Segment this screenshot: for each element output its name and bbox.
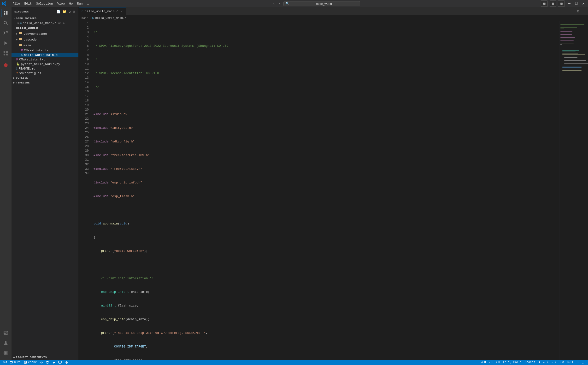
line-num-10: 10 xyxy=(79,62,89,66)
menu-file[interactable]: File xyxy=(11,1,22,6)
new-file-icon[interactable]: 📄 xyxy=(56,9,61,14)
project-header[interactable]: ▾ HELLO_WORLD xyxy=(12,25,78,31)
monitor-status-item[interactable] xyxy=(57,360,63,365)
cmake-root-file-icon: M xyxy=(16,58,18,61)
idf-target-status-item[interactable]: Ln 1, Col 1 xyxy=(501,361,523,364)
cursor-position-status-item[interactable]: ⊗ 0 xyxy=(542,361,550,364)
sidebar-item-hello-world-main[interactable]: C hello_world_main.c xyxy=(12,53,78,57)
tab-hello-world-main[interactable]: C hello_world_main.c ✕ xyxy=(79,7,126,15)
warnings-count: 0 xyxy=(492,361,493,364)
warnings-status-item[interactable]: ⚠ 0 xyxy=(487,360,495,364)
remote-status-item[interactable]: >< xyxy=(2,360,8,365)
menu-edit[interactable]: Edit xyxy=(22,1,34,6)
code-editor[interactable]: 1 2 3 4 5 6 7 8 9 10 11 12 13 14 15 16 1 xyxy=(79,21,559,360)
idf-target-label: Ln 1, Col 1 xyxy=(503,361,522,364)
close-editor-icon[interactable]: ✕ xyxy=(17,21,19,25)
timeline-header[interactable]: ▶ TIMELINE xyxy=(12,80,78,85)
encoding-status-item[interactable]: ℹ 0 xyxy=(558,361,566,364)
svg-rect-40 xyxy=(562,67,581,68)
settings-activity-icon[interactable] xyxy=(1,348,11,358)
sidebar-item-vscode[interactable]: ▶ .vscode xyxy=(12,37,78,42)
svg-rect-27 xyxy=(562,46,578,46)
ci-file-icon: ≡ xyxy=(16,72,18,75)
new-folder-icon[interactable]: 📁 xyxy=(62,9,67,14)
more-actions-icon[interactable]: … xyxy=(582,9,586,14)
open-editor-file[interactable]: ✕ C hello_world_main.c main xyxy=(12,21,78,25)
cursor-position-label: ⊗ 0 xyxy=(543,361,548,364)
notifications-status-item[interactable] xyxy=(580,361,586,364)
menu-run[interactable]: Run xyxy=(75,1,84,6)
project-components-chevron-icon: ▶ xyxy=(14,356,15,359)
main-folder-label: main xyxy=(23,44,31,47)
lightning-status-item[interactable] xyxy=(51,360,57,365)
explorer-activity-icon[interactable] xyxy=(1,8,11,18)
encoding-label: ℹ 0 xyxy=(560,361,564,364)
open-editors-label: OPEN EDITORS xyxy=(16,17,37,20)
svg-rect-15 xyxy=(560,26,563,26)
remote-activity-icon[interactable] xyxy=(1,328,11,338)
nav-back-icon[interactable]: ‹ xyxy=(272,1,276,7)
outline-header[interactable]: ▶ OUTLINE xyxy=(12,76,78,80)
sidebar-item-main-folder[interactable]: ▾ main xyxy=(12,42,78,48)
code-with-minimap: 1 2 3 4 5 6 7 8 9 10 11 12 13 14 15 16 1 xyxy=(79,21,588,360)
errors-status-item[interactable]: ⊗ 0 xyxy=(480,360,487,364)
sidebar-item-sdkconfig[interactable]: ≡ sdkconfig.ci xyxy=(12,71,78,76)
account-activity-icon[interactable] xyxy=(1,338,11,348)
open-editors-header[interactable]: ▾ OPEN EDITORS xyxy=(12,16,78,21)
code-line-4: * SPDX-License-Identifier: CC0-1.0 xyxy=(93,71,559,76)
project-label: HELLO_WORLD xyxy=(16,26,38,30)
chip-status-item[interactable]: esp32 xyxy=(22,360,38,365)
svg-rect-24 xyxy=(560,40,574,41)
close-button[interactable]: ✕ xyxy=(581,1,586,7)
line-ending-status-item[interactable]: CRLF xyxy=(566,361,575,364)
sidebar-item-readme[interactable]: ℹ README.md xyxy=(12,66,78,71)
extensions-activity-icon[interactable] xyxy=(1,49,11,58)
timeline-label: TIMELINE xyxy=(16,81,30,84)
refresh-icon[interactable]: ↺ xyxy=(68,9,71,14)
search-input[interactable] xyxy=(283,1,360,6)
panel-layout-icon[interactable]: ⊞ xyxy=(550,0,556,7)
menu-more[interactable]: … xyxy=(85,1,91,6)
project-section: ▾ HELLO_WORLD ▶ .devcontainer ▶ .vscode xyxy=(12,25,78,76)
info-status-item[interactable]: ℹ 0 xyxy=(495,360,501,364)
split-editor-icon[interactable]: ⊟ xyxy=(541,0,548,7)
menu-selection[interactable]: Selection xyxy=(34,1,55,6)
menu-go[interactable]: Go xyxy=(67,1,75,6)
sidebar-item-devcontainer[interactable]: ▶ .devcontainer xyxy=(12,31,78,37)
spaces-status-item[interactable]: ⚠ 0 xyxy=(550,361,558,364)
line-num-8: 8 xyxy=(79,53,89,57)
search-activity-icon[interactable] xyxy=(1,18,11,28)
project-components-header[interactable]: ▶ PROJECT COMPONENTS xyxy=(12,355,78,360)
code-content[interactable]: /* * SPDX-FileCopyrightText: 2010-2022 E… xyxy=(91,21,559,360)
idf-activity-icon[interactable] xyxy=(1,60,11,70)
customize-layout-icon[interactable]: ⊟ xyxy=(558,0,565,7)
line-num-9: 9 xyxy=(79,57,89,62)
svg-rect-26 xyxy=(560,44,562,45)
port-status-item[interactable]: COM1 xyxy=(8,360,22,365)
sidebar-item-cmakelists-main[interactable]: M CMakeLists.txt xyxy=(12,48,78,53)
openocd-status-item[interactable]: Spaces: 4 xyxy=(523,361,542,364)
trash-status-item[interactable] xyxy=(44,360,51,365)
maximize-button[interactable]: □ xyxy=(574,1,579,6)
menu-view[interactable]: View xyxy=(55,1,67,6)
nav-forward-icon[interactable]: › xyxy=(277,1,281,7)
code-line-8: #include <inttypes.h> xyxy=(93,126,559,130)
sidebar-item-cmakelists-root[interactable]: M CMakeLists.txt xyxy=(12,57,78,62)
language-status-item[interactable]: C xyxy=(575,361,580,364)
run-debug-activity-icon[interactable] xyxy=(1,38,11,48)
tab-close-icon[interactable]: ✕ xyxy=(121,9,123,14)
split-editor-right-icon[interactable]: ⊟ xyxy=(576,8,581,14)
sidebar-item-pytest[interactable]: 🐍 pytest_hello_world.py xyxy=(12,62,78,66)
flame-status-item[interactable] xyxy=(63,360,69,365)
collapse-all-icon[interactable]: ⊟ xyxy=(72,9,76,14)
source-control-activity-icon[interactable] xyxy=(1,28,11,38)
breadcrumb-filename[interactable]: hello_world_main.c xyxy=(95,17,126,20)
line-num-31: 31 xyxy=(79,158,89,162)
svg-line-1 xyxy=(7,24,8,25)
c-file-icon: C xyxy=(20,21,21,25)
settings-status-item[interactable] xyxy=(38,360,44,365)
minimize-button[interactable]: — xyxy=(567,1,572,6)
sidebar-title: EXPLORER xyxy=(14,10,29,13)
breadcrumb-main[interactable]: main xyxy=(82,17,89,20)
line-num-6: 6 xyxy=(79,44,89,48)
